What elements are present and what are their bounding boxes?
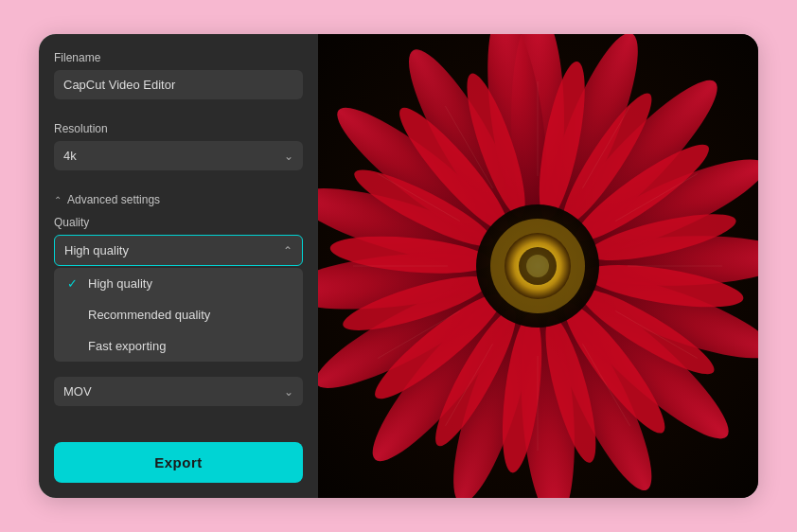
format-value: MOV [63, 384, 92, 399]
quality-select-box[interactable]: High quality ⌃ [54, 235, 303, 266]
advanced-caret-up-icon: ⌃ [54, 195, 62, 205]
format-section: MOV ⌄ [54, 377, 303, 406]
export-button[interactable]: Export [54, 442, 303, 483]
left-panel: Filename Resolution 4k ⌄ ⌃ Advanced sett… [39, 34, 318, 498]
resolution-value: 4k [63, 149, 77, 163]
main-card: Filename Resolution 4k ⌄ ⌃ Advanced sett… [39, 34, 758, 498]
quality-dropdown-wrapper: High quality ⌃ ✓ High quality Recommende… [54, 235, 303, 362]
quality-option-high-label: High quality [88, 276, 152, 291]
resolution-section: Resolution 4k ⌄ [54, 122, 303, 170]
advanced-settings-toggle[interactable]: ⌃ Advanced settings [54, 193, 303, 206]
resolution-chevron-down-icon: ⌄ [284, 150, 293, 163]
svg-point-38 [526, 255, 549, 277]
resolution-label: Resolution [54, 122, 303, 135]
quality-option-fast[interactable]: Fast exporting [54, 330, 303, 362]
quality-option-recommended-label: Recommended quality [88, 308, 210, 322]
quality-option-recommended[interactable]: Recommended quality [54, 299, 303, 330]
format-chevron-down-icon: ⌄ [284, 385, 293, 399]
resolution-dropdown[interactable]: 4k ⌄ [54, 141, 303, 170]
right-panel [318, 34, 758, 498]
quality-check-icon: ✓ [67, 276, 80, 291]
filename-section: Filename [54, 51, 303, 111]
quality-option-high[interactable]: ✓ High quality [54, 268, 303, 299]
flower-image [318, 34, 758, 498]
advanced-settings-label: Advanced settings [67, 193, 160, 206]
quality-label: Quality [54, 216, 303, 229]
format-dropdown[interactable]: MOV ⌄ [54, 377, 303, 406]
quality-option-fast-label: Fast exporting [88, 339, 166, 353]
quality-options-list: ✓ High quality Recommended quality Fast … [54, 268, 303, 362]
quality-selected-value: High quality [64, 243, 129, 257]
filename-input[interactable] [54, 70, 303, 99]
filename-label: Filename [54, 51, 303, 64]
quality-chevron-up-icon: ⌃ [283, 244, 292, 257]
